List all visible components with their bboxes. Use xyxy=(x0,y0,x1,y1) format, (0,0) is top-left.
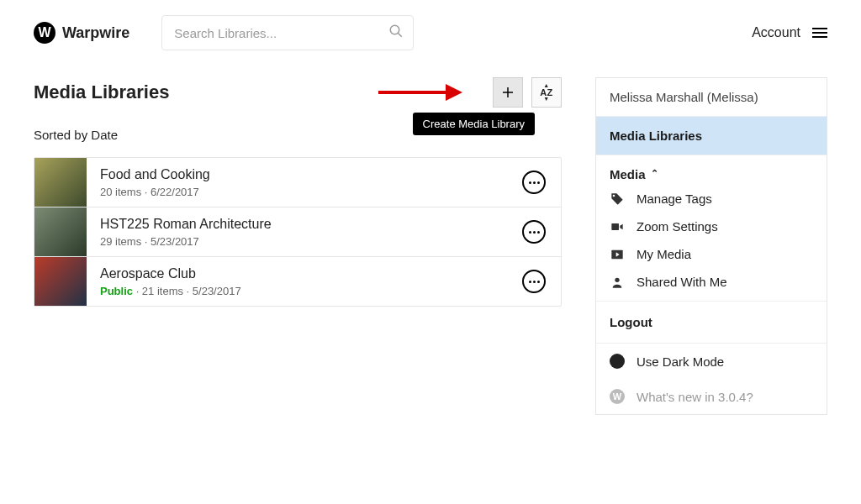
person-icon xyxy=(610,276,625,289)
account-link[interactable]: Account xyxy=(752,25,800,40)
sidebar-item-shared-with-me[interactable]: Shared With Me xyxy=(596,268,827,301)
library-name: Aerospace Club xyxy=(100,266,241,281)
video-icon xyxy=(610,220,625,234)
sidebar-item-manage-tags[interactable]: Manage Tags xyxy=(596,185,827,213)
library-list: Food and Cooking 20 items · 6/22/2017 HS… xyxy=(34,157,562,307)
sort-button[interactable]: ▲ AZ ▼ xyxy=(531,77,562,108)
sidebar-item-label: Shared With Me xyxy=(637,275,727,289)
search-icon[interactable] xyxy=(388,24,404,42)
svg-rect-6 xyxy=(611,223,619,230)
add-library-tooltip: Create Media Library xyxy=(413,113,535,135)
search-input[interactable] xyxy=(161,15,414,50)
svg-point-8 xyxy=(615,277,619,281)
library-row[interactable]: HST225 Roman Architecture 29 items · 5/2… xyxy=(34,207,561,257)
sidebar-item-label: My Media xyxy=(637,247,691,261)
sidebar-section-label: Media xyxy=(610,167,646,181)
add-library-button[interactable] xyxy=(493,77,523,108)
sidebar-user: Melissa Marshall (Melissa) xyxy=(596,78,827,117)
sidebar-whats-new[interactable]: W What's new in 3.0.4? xyxy=(596,379,827,414)
library-name: HST225 Roman Architecture xyxy=(100,217,272,232)
library-name: Food and Cooking xyxy=(100,167,210,182)
tag-icon xyxy=(610,192,625,206)
library-thumbnail xyxy=(34,257,87,306)
sidebar-item-label: Manage Tags xyxy=(637,192,712,206)
warpwire-small-icon: W xyxy=(610,389,625,404)
library-meta: 29 items · 5/23/2017 xyxy=(100,235,272,248)
app-header: W Warpwire Account xyxy=(0,0,861,50)
annotation-arrow-icon xyxy=(378,82,462,102)
library-meta: Public · 21 items · 5/23/2017 xyxy=(100,285,241,297)
sidebar-dark-mode[interactable]: Use Dark Mode xyxy=(596,344,827,379)
sidebar-item-my-media[interactable]: My Media xyxy=(596,240,827,268)
svg-line-1 xyxy=(399,33,403,37)
library-thumbnail xyxy=(34,207,87,256)
library-more-button[interactable] xyxy=(522,220,546,244)
svg-marker-3 xyxy=(446,84,462,101)
library-more-button[interactable] xyxy=(522,270,546,293)
account-sidebar: Melissa Marshall (Melissa) Media Librari… xyxy=(595,77,827,415)
plus-icon xyxy=(500,85,515,100)
library-more-button[interactable] xyxy=(522,171,546,194)
public-badge: Public xyxy=(100,285,133,297)
sidebar-item-label: What's new in 3.0.4? xyxy=(637,390,753,404)
sidebar-item-media-libraries[interactable]: Media Libraries xyxy=(596,117,827,155)
svg-point-0 xyxy=(391,25,400,34)
sidebar-section-media[interactable]: Media ⌃ xyxy=(596,155,827,185)
page-title: Media Libraries xyxy=(34,81,169,103)
sidebar-item-label: Zoom Settings xyxy=(637,219,718,234)
play-icon xyxy=(610,248,625,261)
brand-name: Warpwire xyxy=(62,24,129,42)
dark-mode-icon xyxy=(610,354,625,369)
library-row[interactable]: Food and Cooking 20 items · 6/22/2017 xyxy=(34,158,561,207)
sidebar-item-zoom-settings[interactable]: Zoom Settings xyxy=(596,213,827,240)
sidebar-item-label: Use Dark Mode xyxy=(637,354,724,369)
menu-icon[interactable] xyxy=(812,25,827,40)
library-meta: 20 items · 6/22/2017 xyxy=(100,186,210,198)
chevron-up-icon: ⌃ xyxy=(651,168,658,179)
brand-logo-icon: W xyxy=(34,22,55,44)
brand-logo[interactable]: W Warpwire xyxy=(34,22,129,44)
library-thumbnail xyxy=(34,158,87,207)
sidebar-logout[interactable]: Logout xyxy=(596,301,827,344)
search-box xyxy=(161,15,414,50)
library-row[interactable]: Aerospace Club Public · 21 items · 5/23/… xyxy=(34,257,561,306)
